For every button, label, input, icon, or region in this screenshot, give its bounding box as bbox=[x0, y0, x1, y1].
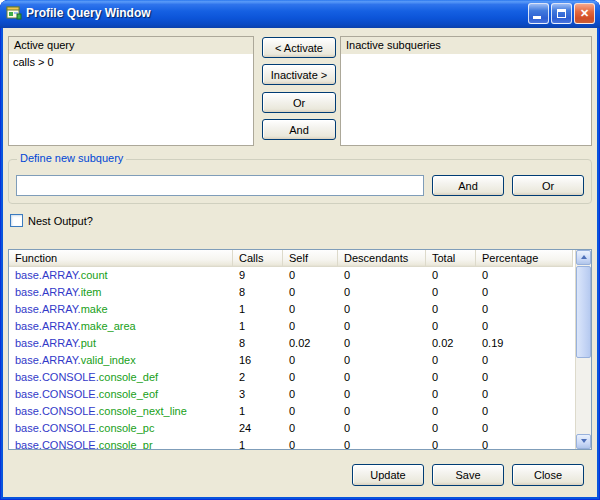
value-cell: 0 bbox=[476, 318, 573, 335]
arrow-down-icon bbox=[581, 439, 587, 443]
subquery-or-button[interactable]: Or bbox=[512, 175, 584, 196]
function-cell: base.ARRAY.item bbox=[9, 284, 233, 301]
value-cell: 0.02 bbox=[283, 335, 338, 352]
inactive-subqueries-label: Inactive subqueries bbox=[341, 37, 591, 54]
scroll-down-button[interactable] bbox=[576, 434, 591, 449]
value-cell: 1 bbox=[233, 403, 283, 420]
profile-query-window: Profile Query Window ✕ Active query call… bbox=[0, 0, 600, 500]
subquery-and-button[interactable]: And bbox=[432, 175, 504, 196]
value-cell: 0 bbox=[426, 318, 476, 335]
table-row[interactable]: base.ARRAY.make10000 bbox=[9, 301, 575, 318]
subquery-input[interactable] bbox=[16, 175, 424, 196]
value-cell: 16 bbox=[233, 352, 283, 369]
or-button[interactable]: Or bbox=[262, 92, 336, 113]
function-cell: base.ARRAY.make bbox=[9, 301, 233, 318]
minimize-icon bbox=[533, 16, 541, 19]
value-cell: 0 bbox=[338, 386, 426, 403]
maximize-button[interactable] bbox=[551, 3, 572, 24]
active-query-label: Active query bbox=[9, 37, 253, 54]
table-row[interactable]: base.ARRAY.item80000 bbox=[9, 284, 575, 301]
value-cell: 0 bbox=[476, 403, 573, 420]
column-header-total[interactable]: Total bbox=[426, 250, 476, 267]
nest-output-checkbox[interactable] bbox=[10, 214, 23, 227]
column-header-function[interactable]: Function bbox=[9, 250, 233, 267]
value-cell: 1 bbox=[233, 318, 283, 335]
value-cell: 0 bbox=[426, 267, 476, 284]
client-area: Active query calls > 0 < Activate Inacti… bbox=[3, 28, 597, 497]
value-cell: 0 bbox=[476, 420, 573, 437]
scrollbar-thumb[interactable] bbox=[576, 266, 591, 358]
value-cell: 0 bbox=[426, 403, 476, 420]
value-cell: 0 bbox=[426, 386, 476, 403]
value-cell: 0 bbox=[476, 301, 573, 318]
save-button[interactable]: Save bbox=[432, 464, 504, 486]
update-button[interactable]: Update bbox=[352, 464, 424, 486]
titlebar[interactable]: Profile Query Window ✕ bbox=[0, 0, 600, 28]
table-row[interactable]: base.ARRAY.count90000 bbox=[9, 267, 575, 284]
value-cell: 0 bbox=[283, 420, 338, 437]
table-row[interactable]: base.ARRAY.make_area10000 bbox=[9, 318, 575, 335]
table-row[interactable]: base.CONSOLE.console_pr10000 bbox=[9, 437, 575, 449]
value-cell: 0 bbox=[338, 284, 426, 301]
value-cell: 8 bbox=[233, 335, 283, 352]
and-button[interactable]: And bbox=[262, 119, 336, 140]
value-cell: 0 bbox=[338, 318, 426, 335]
minimize-button[interactable] bbox=[528, 3, 549, 24]
function-cell: base.CONSOLE.console_pc bbox=[9, 420, 233, 437]
value-cell: 0 bbox=[283, 301, 338, 318]
close-button[interactable]: ✕ bbox=[574, 3, 595, 24]
inactive-subqueries-panel: Inactive subqueries bbox=[340, 36, 592, 146]
function-cell: base.ARRAY.put bbox=[9, 335, 233, 352]
table-row[interactable]: base.CONSOLE.console_pc240000 bbox=[9, 420, 575, 437]
column-header-descendants[interactable]: Descendants bbox=[338, 250, 426, 267]
value-cell: 1 bbox=[233, 437, 283, 449]
active-query-item[interactable]: calls > 0 bbox=[9, 54, 253, 68]
value-cell: 0 bbox=[476, 386, 573, 403]
active-query-list[interactable]: calls > 0 bbox=[9, 54, 253, 145]
inactivate-button[interactable]: Inactivate > bbox=[262, 64, 336, 85]
activate-button[interactable]: < Activate bbox=[262, 37, 336, 58]
table-row[interactable]: base.ARRAY.put80.0200.020.19 bbox=[9, 335, 575, 352]
value-cell: 0 bbox=[338, 301, 426, 318]
table-body: base.ARRAY.count90000base.ARRAY.item8000… bbox=[9, 267, 575, 449]
value-cell: 0 bbox=[283, 437, 338, 449]
value-cell: 2 bbox=[233, 369, 283, 386]
define-subquery-label: Define new subquery bbox=[17, 152, 126, 164]
nest-output-row: Nest Output? bbox=[10, 214, 93, 227]
vertical-scrollbar[interactable] bbox=[575, 250, 591, 449]
table-row[interactable]: base.CONSOLE.console_eof30000 bbox=[9, 386, 575, 403]
column-header-percentage[interactable]: Percentage bbox=[476, 250, 573, 267]
value-cell: 0 bbox=[338, 352, 426, 369]
value-cell: 0 bbox=[283, 318, 338, 335]
value-cell: 0 bbox=[283, 386, 338, 403]
value-cell: 0 bbox=[426, 369, 476, 386]
value-cell: 24 bbox=[233, 420, 283, 437]
value-cell: 0 bbox=[426, 352, 476, 369]
value-cell: 0 bbox=[426, 284, 476, 301]
function-cell: base.ARRAY.valid_index bbox=[9, 352, 233, 369]
inactive-subqueries-list[interactable] bbox=[341, 54, 591, 145]
arrow-up-icon bbox=[581, 255, 587, 259]
value-cell: 0 bbox=[476, 284, 573, 301]
value-cell: 0 bbox=[283, 267, 338, 284]
nest-output-label: Nest Output? bbox=[28, 215, 93, 227]
column-header-calls[interactable]: Calls bbox=[233, 250, 283, 267]
close-dialog-button[interactable]: Close bbox=[512, 464, 584, 486]
value-cell: 0 bbox=[338, 437, 426, 449]
table-row[interactable]: base.ARRAY.valid_index160000 bbox=[9, 352, 575, 369]
value-cell: 0 bbox=[338, 335, 426, 352]
column-header-self[interactable]: Self bbox=[283, 250, 338, 267]
maximize-icon bbox=[557, 9, 566, 18]
value-cell: 0 bbox=[283, 284, 338, 301]
value-cell: 0 bbox=[476, 369, 573, 386]
table-row[interactable]: base.CONSOLE.console_def20000 bbox=[9, 369, 575, 386]
value-cell: 0 bbox=[283, 352, 338, 369]
value-cell: 0 bbox=[426, 420, 476, 437]
value-cell: 0.19 bbox=[476, 335, 573, 352]
active-query-panel: Active query calls > 0 bbox=[8, 36, 254, 146]
value-cell: 0 bbox=[338, 403, 426, 420]
function-cell: base.CONSOLE.console_def bbox=[9, 369, 233, 386]
profile-table: FunctionCallsSelfDescendantsTotalPercent… bbox=[8, 249, 592, 450]
table-row[interactable]: base.CONSOLE.console_next_line10000 bbox=[9, 403, 575, 420]
scroll-up-button[interactable] bbox=[576, 250, 591, 265]
